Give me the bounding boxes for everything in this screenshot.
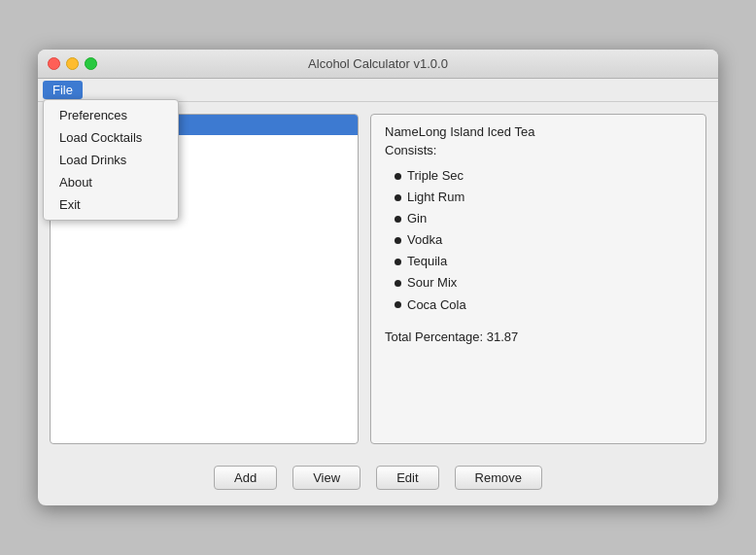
menu-bar: File Preferences Load Cocktails Load Dri…	[38, 79, 718, 102]
bullet-icon	[395, 301, 401, 308]
bullet-icon	[395, 237, 401, 244]
maximize-button[interactable]	[85, 57, 97, 70]
ingredient-label: Sour Mix	[407, 272, 457, 294]
main-window: Alcohol Calculator v1.0.0 File Preferenc…	[38, 50, 718, 505]
ingredient-label: Tequila	[407, 251, 447, 272]
minimize-button[interactable]	[66, 57, 79, 70]
list-item: Gin	[395, 208, 692, 229]
window-title: Alcohol Calculator v1.0.0	[308, 56, 448, 71]
file-menu-label: File	[52, 83, 73, 97]
traffic-lights	[48, 57, 97, 70]
ingredient-label: Triple Sec	[407, 165, 464, 187]
close-button[interactable]	[48, 57, 60, 70]
bullet-icon	[395, 216, 401, 223]
view-button[interactable]: View	[292, 466, 361, 490]
list-item: Vodka	[395, 229, 692, 251]
cocktail-name: NameLong Island Iced Tea	[385, 124, 692, 139]
menu-load-cocktails[interactable]: Load Cocktails	[44, 126, 178, 149]
edit-button[interactable]: Edit	[376, 466, 438, 490]
consists-label: Consists:	[385, 143, 692, 157]
bullet-icon	[395, 173, 401, 180]
list-item: Triple Sec	[395, 165, 692, 187]
menu-exit[interactable]: Exit	[44, 193, 178, 216]
ingredient-label: Vodka	[407, 229, 442, 251]
list-item: Sour Mix	[395, 272, 692, 294]
title-bar: Alcohol Calculator v1.0.0	[38, 50, 718, 79]
ingredient-label: Coca Cola	[407, 295, 466, 316]
bullet-icon	[395, 194, 401, 201]
bullet-icon	[395, 280, 401, 287]
ingredient-label: Gin	[407, 208, 427, 229]
info-panel: NameLong Island Iced Tea Consists: Tripl…	[370, 114, 706, 444]
list-item: Tequila	[395, 251, 692, 272]
list-item: Coca Cola	[395, 295, 692, 316]
total-percentage: Total Percentage: 31.87	[385, 330, 692, 344]
action-buttons: Add View Edit Remove	[38, 456, 718, 505]
list-item: Light Rum	[395, 187, 692, 208]
menu-load-drinks[interactable]: Load Drinks	[44, 149, 178, 171]
menu-about[interactable]: About	[44, 171, 178, 193]
remove-button[interactable]: Remove	[455, 466, 542, 490]
file-menu[interactable]: File Preferences Load Cocktails Load Dri…	[43, 81, 83, 99]
file-dropdown: Preferences Load Cocktails Load Drinks A…	[43, 99, 179, 221]
ingredient-list: Triple Sec Light Rum Gin Vodka Tequila S…	[395, 165, 692, 316]
ingredient-label: Light Rum	[407, 187, 464, 208]
menu-preferences[interactable]: Preferences	[44, 104, 178, 126]
add-button[interactable]: Add	[214, 466, 277, 490]
bullet-icon	[395, 259, 401, 265]
